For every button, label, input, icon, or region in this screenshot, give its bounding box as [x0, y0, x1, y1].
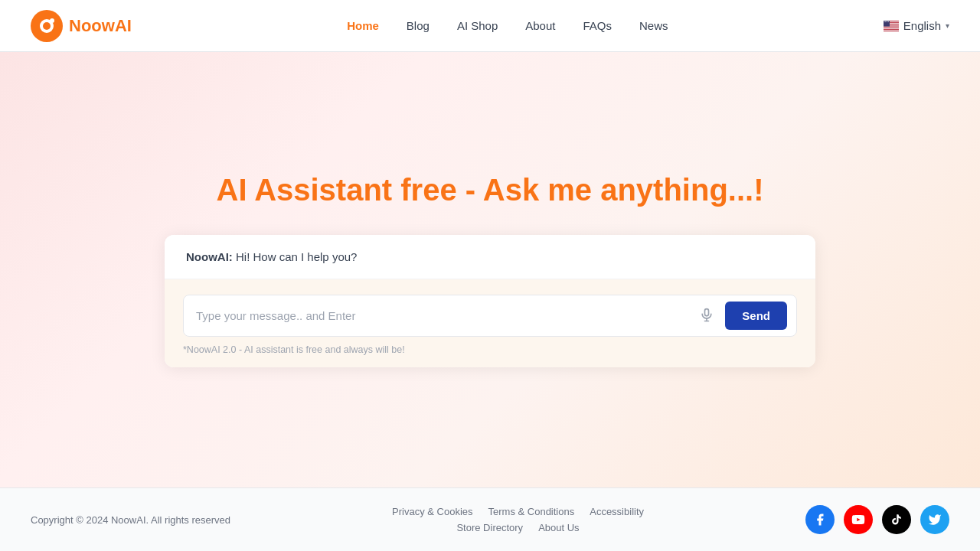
footer: Copyright © 2024 NoowAI. All rights rese… — [0, 487, 980, 551]
language-label: English — [903, 19, 941, 32]
footer-inner: Copyright © 2024 NoowAI. All rights rese… — [31, 505, 949, 534]
main-nav: HomeBlogAI ShopAboutFAQsNews — [347, 19, 668, 32]
svg-rect-8 — [884, 26, 899, 27]
social-twitter-button[interactable] — [920, 505, 949, 534]
svg-point-15 — [887, 21, 887, 21]
logo-text: NoowAI — [69, 16, 132, 36]
chevron-down-icon: ▾ — [946, 21, 949, 30]
nav-link-about[interactable]: About — [525, 19, 555, 32]
footer-link-about-us[interactable]: About Us — [538, 522, 579, 533]
svg-point-12 — [884, 21, 884, 21]
message-input[interactable] — [196, 305, 688, 327]
svg-rect-10 — [884, 29, 899, 30]
logo[interactable]: NoowAI — [31, 10, 132, 42]
nav-link-blog[interactable]: Blog — [407, 19, 430, 32]
chat-message-area: NoowAI: Hi! How can I help you? — [165, 235, 815, 279]
footer-link-privacy---cookies[interactable]: Privacy & Cookies — [392, 506, 472, 517]
chat-greeting: NoowAI: Hi! How can I help you? — [186, 250, 794, 263]
hero-title: AI Assistant free - Ask me anything...! — [217, 173, 764, 207]
footer-copyright: Copyright © 2024 NoowAI. All rights rese… — [31, 514, 230, 526]
footer-links-row1: Privacy & CookiesTerms & ConditionsAcces… — [392, 506, 644, 517]
mic-button[interactable] — [696, 305, 717, 326]
chat-container: NoowAI: Hi! How can I help you? Send *No… — [165, 235, 815, 367]
greeting-label: NoowAI: — [186, 250, 233, 263]
footer-link-store-directory[interactable]: Store Directory — [456, 522, 523, 533]
svg-point-14 — [886, 21, 887, 21]
header: NoowAI HomeBlogAI ShopAboutFAQsNews Engl… — [0, 0, 980, 52]
flag-icon — [884, 21, 899, 31]
svg-rect-9 — [884, 28, 899, 28]
nav-link-aishop[interactable]: AI Shop — [457, 19, 498, 32]
svg-point-13 — [885, 21, 886, 21]
nav-link-news[interactable]: News — [639, 19, 668, 32]
svg-rect-17 — [705, 309, 709, 316]
main-content: AI Assistant free - Ask me anything...! … — [0, 52, 980, 487]
logo-icon — [31, 10, 63, 42]
social-tiktok-button[interactable] — [882, 505, 911, 534]
footer-links-row2: Store DirectoryAbout Us — [456, 522, 579, 533]
input-row: Send — [183, 295, 797, 337]
send-button[interactable]: Send — [725, 302, 787, 330]
svg-point-3 — [50, 18, 54, 23]
greeting-text: Hi! How can I help you? — [233, 250, 358, 263]
disclaimer-text: *NoowAI 2.0 - AI assistant is free and a… — [183, 344, 797, 355]
social-icons — [805, 505, 949, 534]
svg-point-16 — [888, 21, 889, 21]
footer-link-accessibility[interactable]: Accessibility — [590, 506, 644, 517]
footer-link-terms---conditions[interactable]: Terms & Conditions — [488, 506, 575, 517]
chat-input-area: Send *NoowAI 2.0 - AI assistant is free … — [165, 279, 815, 367]
nav-link-home[interactable]: Home — [347, 19, 379, 32]
svg-point-2 — [43, 22, 51, 30]
social-youtube-button[interactable] — [844, 505, 873, 534]
language-selector[interactable]: English ▾ — [884, 19, 949, 32]
social-facebook-button[interactable] — [805, 505, 835, 534]
nav-link-faqs[interactable]: FAQs — [583, 19, 612, 32]
mic-icon — [699, 308, 714, 323]
footer-links: Privacy & CookiesTerms & ConditionsAcces… — [392, 506, 644, 533]
